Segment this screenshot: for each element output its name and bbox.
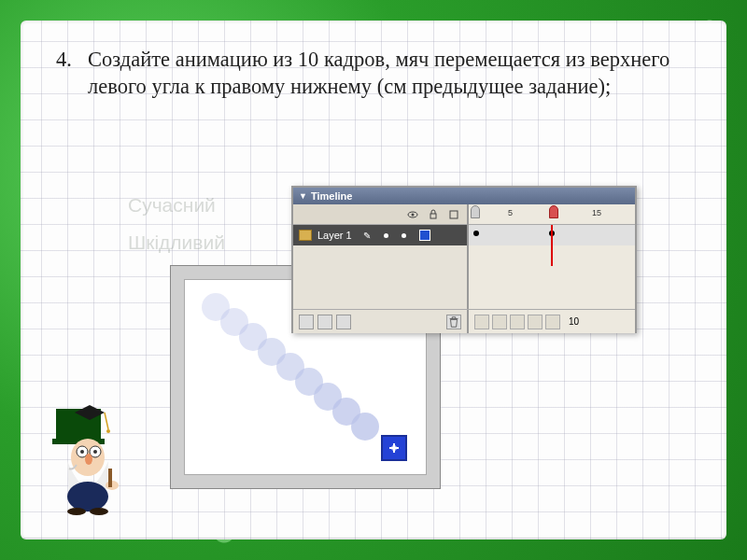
- professor-mascot: [49, 403, 134, 515]
- keyframe-icon[interactable]: [473, 231, 479, 236]
- svg-point-12: [80, 450, 84, 454]
- layers-empty-area: [293, 245, 467, 309]
- delete-layer-button[interactable]: [446, 315, 461, 329]
- onion-skin-start-icon[interactable]: [471, 205, 480, 218]
- timeline-panel[interactable]: ▼ Timeline: [291, 186, 637, 333]
- add-layer-button[interactable]: [299, 315, 314, 329]
- edit-multiple-frames-button[interactable]: [528, 315, 543, 329]
- outline-icon[interactable]: [448, 209, 459, 220]
- lock-dot[interactable]: [402, 233, 406, 238]
- timeline-footer: 10: [293, 309, 635, 333]
- add-motion-guide-button[interactable]: [317, 315, 332, 329]
- visibility-dot[interactable]: [384, 233, 388, 238]
- current-frame-number: 10: [569, 316, 579, 327]
- onion-skin-end-icon[interactable]: [549, 205, 558, 218]
- timeline-layers-column: Layer 1 ✎: [293, 204, 469, 309]
- eye-icon[interactable]: [407, 209, 418, 220]
- onion-skin-outlines-button[interactable]: [510, 315, 525, 329]
- svg-point-15: [67, 482, 108, 511]
- svg-point-8: [106, 429, 110, 433]
- background-watermark-text: Сучасний Шкідливий: [128, 187, 225, 261]
- svg-rect-2: [430, 214, 436, 218]
- layer-row[interactable]: Layer 1 ✎: [293, 225, 467, 245]
- svg-point-14: [85, 454, 92, 465]
- svg-line-7: [105, 413, 108, 429]
- timeline-title: Timeline: [311, 190, 352, 202]
- frame-controls: 10: [469, 310, 635, 333]
- task-text: Создайте анимацию из 10 кадров, мяч пере…: [88, 48, 669, 98]
- lock-icon[interactable]: [428, 209, 439, 220]
- collapse-arrow-icon[interactable]: ▼: [299, 191, 307, 201]
- ruler-tick: 15: [592, 208, 601, 217]
- modify-onion-markers-button[interactable]: [545, 315, 560, 329]
- svg-point-1: [412, 213, 415, 216]
- ruler-tick: 5: [508, 208, 513, 217]
- onion-skin-button[interactable]: [492, 315, 507, 329]
- layer-folder-icon: [299, 230, 312, 241]
- pencil-icon: ✎: [363, 231, 371, 241]
- timeline-titlebar[interactable]: ▼ Timeline: [293, 188, 635, 204]
- timeline-body: Layer 1 ✎ 5 15: [293, 204, 635, 309]
- onion-frame-ball: [351, 413, 379, 441]
- svg-rect-3: [450, 211, 458, 218]
- layer-name: Layer 1: [317, 230, 352, 241]
- layers-header: [293, 204, 467, 225]
- svg-point-19: [90, 508, 108, 515]
- playhead[interactable]: [551, 225, 553, 266]
- center-frame-button[interactable]: [474, 315, 489, 329]
- layer-controls: [293, 310, 469, 333]
- slide-background: 4. Создайте анимацию из 10 кадров, мяч п…: [0, 0, 747, 560]
- frame-row[interactable]: [469, 225, 635, 245]
- ball-current-frame[interactable]: [381, 435, 407, 461]
- task-number: 4.: [56, 47, 72, 74]
- task-body: 4. Создайте анимацию из 10 кадров, мяч п…: [88, 47, 689, 101]
- frame-ruler[interactable]: 5 15: [469, 204, 635, 225]
- content-card: 4. Создайте анимацию из 10 кадров, мяч п…: [21, 21, 726, 539]
- svg-rect-17: [108, 469, 112, 487]
- timeline-frames-column[interactable]: 5 15: [469, 204, 635, 309]
- svg-point-18: [67, 508, 86, 515]
- add-folder-button[interactable]: [336, 315, 351, 329]
- layer-color-swatch[interactable]: [419, 230, 430, 241]
- registration-cross-icon: [389, 443, 399, 453]
- svg-point-13: [93, 450, 97, 454]
